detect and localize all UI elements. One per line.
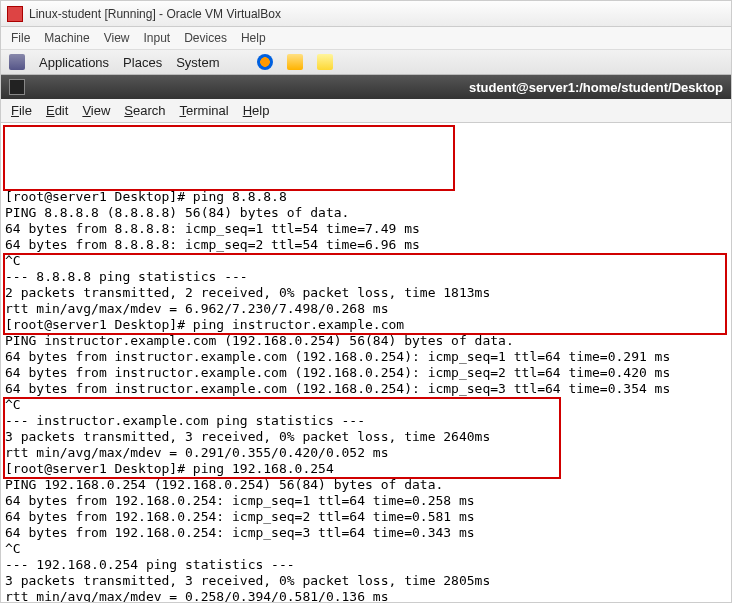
vbox-menu-input[interactable]: Input (144, 31, 171, 45)
vbox-menu-help[interactable]: Help (241, 31, 266, 45)
term-menu-edit[interactable]: Edit (46, 103, 68, 118)
vbox-menubar: File Machine View Input Devices Help (1, 27, 731, 50)
panel-places[interactable]: Places (123, 55, 162, 70)
terminal-menubar: File Edit View Search Terminal Help (1, 99, 731, 123)
highlight-box-1 (3, 125, 455, 191)
vbox-menu-file[interactable]: File (11, 31, 30, 45)
vbox-menu-devices[interactable]: Devices (184, 31, 227, 45)
terminal-titlebar[interactable]: student@server1:/home/student/Desktop (1, 75, 731, 99)
panel-system[interactable]: System (176, 55, 219, 70)
notes-icon[interactable] (317, 54, 333, 70)
term-menu-view[interactable]: View (82, 103, 110, 118)
term-menu-terminal[interactable]: Terminal (180, 103, 229, 118)
firefox-icon[interactable] (257, 54, 273, 70)
term-menu-help[interactable]: Help (243, 103, 270, 118)
vbox-menu-view[interactable]: View (104, 31, 130, 45)
virtualbox-icon (7, 6, 23, 22)
term-menu-search[interactable]: Search (124, 103, 165, 118)
terminal-title: student@server1:/home/student/Desktop (469, 80, 723, 95)
vbox-menu-machine[interactable]: Machine (44, 31, 89, 45)
term-menu-file[interactable]: File (11, 103, 32, 118)
vbox-title: Linux-student [Running] - Oracle VM Virt… (29, 7, 281, 21)
vbox-titlebar[interactable]: Linux-student [Running] - Oracle VM Virt… (1, 1, 731, 27)
file-manager-icon[interactable] (287, 54, 303, 70)
panel-applications[interactable]: Applications (39, 55, 109, 70)
terminal-icon (9, 79, 25, 95)
gnome-foot-icon[interactable] (9, 54, 25, 70)
terminal-text: [root@server1 Desktop]# ping 8.8.8.8 PIN… (5, 189, 670, 603)
gnome-panel: Applications Places System (1, 50, 731, 75)
terminal-output[interactable]: [root@server1 Desktop]# ping 8.8.8.8 PIN… (1, 123, 731, 603)
